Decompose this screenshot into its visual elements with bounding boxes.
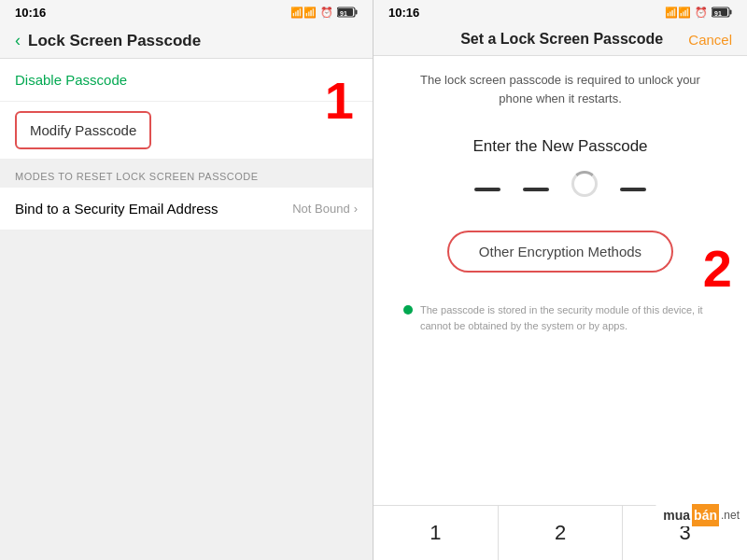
svg-rect-5 bbox=[730, 9, 732, 14]
right-main-content: The lock screen passcode is required to … bbox=[374, 56, 747, 505]
svg-text:91: 91 bbox=[714, 10, 722, 17]
left-nav-bar: ‹ Lock Screen Passcode bbox=[0, 23, 373, 59]
right-panel: 10:16 📶📶 ⏰ 91 Set a Lock Screen Passcode… bbox=[374, 0, 747, 560]
left-alarm-icon: ⏰ bbox=[320, 7, 333, 19]
chevron-right-icon: › bbox=[354, 202, 358, 216]
modify-passcode-wrapper: Modify Passcode bbox=[0, 102, 373, 160]
disable-passcode-label: Disable Passcode bbox=[15, 72, 127, 88]
right-nav-bar: Set a Lock Screen Passcode Cancel bbox=[374, 23, 747, 56]
disable-passcode-item[interactable]: Disable Passcode bbox=[0, 59, 373, 102]
key-2: 2 mua bán .net bbox=[499, 506, 624, 560]
reset-modes-header: MODES TO RESET LOCK SCREEN PASSCODE bbox=[0, 160, 373, 188]
right-status-bar: 10:16 📶📶 ⏰ 91 bbox=[374, 0, 747, 23]
security-note-container: The passcode is stored in the security m… bbox=[388, 302, 732, 333]
bind-email-label: Bind to a Security Email Address bbox=[15, 201, 218, 217]
right-status-icons: 📶📶 ⏰ 91 bbox=[665, 7, 732, 20]
right-time: 10:16 bbox=[388, 6, 419, 20]
bind-email-status: Not Bound › bbox=[292, 202, 358, 216]
passcode-dot-2 bbox=[523, 188, 549, 191]
watermark-mua: mua bbox=[655, 504, 692, 526]
right-battery-icon: 91 bbox=[712, 7, 732, 20]
right-nav-title: Set a Lock Screen Passcode bbox=[435, 31, 688, 48]
left-content-area: Disable Passcode Modify Passcode MODES T… bbox=[0, 59, 373, 560]
left-time: 10:16 bbox=[15, 6, 46, 20]
svg-rect-1 bbox=[356, 9, 358, 14]
left-panel: 10:16 📶📶 ⏰ 91 ‹ Lock Screen Passcode Dis… bbox=[0, 0, 374, 560]
security-note-text: The passcode is stored in the security m… bbox=[420, 302, 717, 333]
left-nav-title: Lock Screen Passcode bbox=[28, 32, 201, 50]
other-encryption-button[interactable]: Other Encryption Methods bbox=[447, 231, 673, 273]
left-status-bar: 10:16 📶📶 ⏰ 91 bbox=[0, 0, 373, 23]
modify-passcode-button[interactable]: Modify Passcode bbox=[15, 111, 151, 149]
left-battery-icon: 91 bbox=[337, 7, 358, 20]
left-signal-icon: 📶📶 bbox=[290, 7, 317, 19]
passcode-dot-1 bbox=[474, 188, 500, 191]
numeric-keyboard: 1 2 mua bán .net 3 bbox=[374, 505, 747, 560]
security-dot-icon bbox=[403, 305, 413, 315]
left-status-icons: 📶📶 ⏰ 91 bbox=[290, 7, 358, 20]
passcode-dots-row bbox=[474, 182, 646, 197]
info-text: The lock screen passcode is required to … bbox=[388, 71, 732, 107]
key-1[interactable]: 1 bbox=[374, 506, 499, 560]
cancel-button[interactable]: Cancel bbox=[688, 32, 732, 48]
svg-text:91: 91 bbox=[340, 10, 347, 17]
bind-status-text: Not Bound bbox=[292, 202, 349, 216]
right-alarm-icon: ⏰ bbox=[695, 7, 708, 19]
watermark-net: .net bbox=[719, 505, 747, 525]
watermark-ban: bán bbox=[692, 504, 719, 526]
back-arrow-icon[interactable]: ‹ bbox=[15, 31, 21, 50]
passcode-loading-spinner bbox=[571, 171, 598, 197]
watermark: mua bán .net bbox=[655, 504, 747, 526]
key-2-number[interactable]: 2 bbox=[555, 521, 566, 545]
right-signal-icon: 📶📶 bbox=[665, 7, 691, 19]
enter-passcode-label: Enter the New Passcode bbox=[472, 137, 647, 156]
passcode-dot-4 bbox=[620, 188, 646, 191]
bind-email-item[interactable]: Bind to a Security Email Address Not Bou… bbox=[0, 188, 373, 231]
